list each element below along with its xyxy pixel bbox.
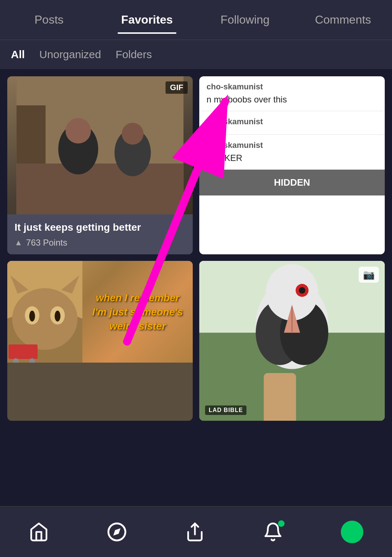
nav-explore[interactable] <box>107 522 127 542</box>
compass-icon <box>107 522 127 542</box>
comment-entry-1: cho-skamunist n my boobs over this <box>199 76 385 111</box>
comment-card[interactable]: cho-skamunist n my boobs over this cho-s… <box>199 76 385 254</box>
sub-navigation: All Unorganized Folders <box>0 40 392 69</box>
gif-image: GIF <box>7 76 193 214</box>
gif-badge: GIF <box>166 81 188 94</box>
video-icon: 📷 <box>359 267 379 283</box>
meme-text: when I remember I'm just someone's weird… <box>82 283 193 341</box>
upvote-icon: ▲ <box>15 238 23 247</box>
bird-image: 📷 LAD BIBLE <box>199 261 385 421</box>
tab-comments[interactable]: Comments <box>294 6 392 34</box>
svg-rect-2 <box>17 105 46 164</box>
hidden-badge: HIDDEN <box>199 170 385 195</box>
gif-points: ▲ 763 Points <box>15 238 185 248</box>
svg-point-13 <box>55 311 61 322</box>
svg-rect-1 <box>17 164 184 214</box>
svg-marker-34 <box>113 528 121 536</box>
lad-bible-badge: LAD BIBLE <box>205 405 246 415</box>
comment-username-2: cho-skamunist <box>207 117 377 126</box>
nav-home[interactable] <box>29 522 49 542</box>
comment-username-3: cho-skamunist <box>207 141 377 150</box>
nav-profile[interactable] <box>341 521 363 543</box>
subtab-unorganized[interactable]: Unorganized <box>39 48 101 61</box>
gif-card[interactable]: GIF It just keeps getting better ▲ 763 P… <box>7 76 193 254</box>
tab-favorites[interactable]: Favorites <box>98 6 196 34</box>
gif-footer: It just keeps getting better ▲ 763 Point… <box>7 214 193 254</box>
profile-avatar <box>341 521 363 543</box>
svg-point-9 <box>12 288 78 350</box>
tab-following[interactable]: Following <box>196 6 294 34</box>
home-icon <box>29 522 49 542</box>
notification-dot <box>278 520 285 527</box>
subtab-folders[interactable]: Folders <box>115 48 152 61</box>
bottom-navigation <box>0 506 392 557</box>
comment-username-1: cho-skamunist <box>207 82 377 92</box>
svg-point-27 <box>299 287 305 294</box>
bird-card[interactable]: 📷 LAD BIBLE <box>199 261 385 421</box>
svg-point-12 <box>29 311 35 322</box>
svg-point-6 <box>122 123 144 145</box>
post-grid: GIF It just keeps getting better ▲ 763 P… <box>0 69 392 479</box>
meme-image: when I remember I'm just someone's weird… <box>7 261 193 363</box>
nav-notifications[interactable] <box>263 522 283 542</box>
svg-point-4 <box>66 118 91 144</box>
share-icon <box>185 522 205 542</box>
subtab-all[interactable]: All <box>11 48 25 61</box>
meme-card[interactable]: when I remember I'm just someone's weird… <box>7 261 193 421</box>
comment-text-1: n my boobs over this <box>207 94 377 105</box>
svg-rect-14 <box>9 344 38 359</box>
content-area: GIF It just keeps getting better ▲ 763 P… <box>0 69 392 479</box>
top-navigation: Posts Favorites Following Comments <box>0 0 392 40</box>
svg-rect-21 <box>264 373 296 421</box>
nav-share[interactable] <box>185 522 205 542</box>
comment-entry-2: cho-skamunist <box>199 111 385 135</box>
comment-entry-3: cho-skamunist FUCKER <box>199 135 385 170</box>
gif-title: It just keeps getting better <box>15 221 185 234</box>
comment-text-3: FUCKER <box>207 152 377 164</box>
tab-posts[interactable]: Posts <box>0 6 98 34</box>
